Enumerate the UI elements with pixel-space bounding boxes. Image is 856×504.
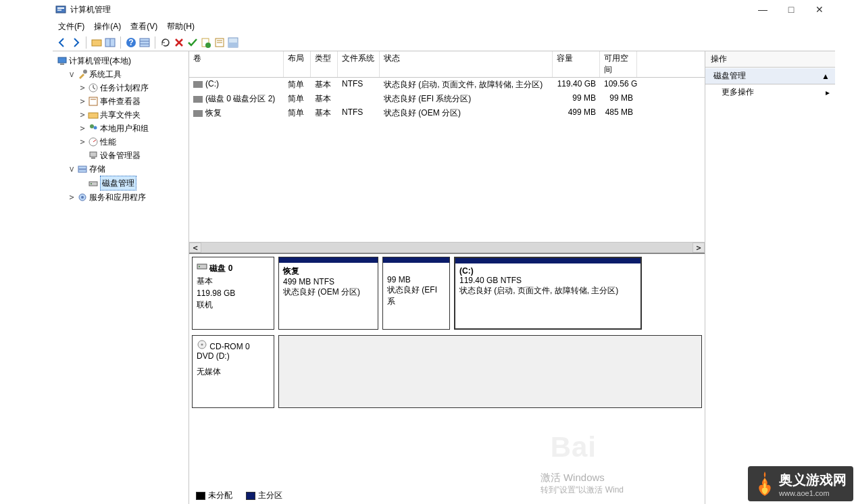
menu-help[interactable]: 帮助(H) [167, 21, 195, 32]
volume-row[interactable]: 恢复简单基本NTFS状态良好 (OEM 分区)499 MB485 MB [189, 106, 705, 120]
col-header-layout[interactable]: 布局 [284, 51, 311, 77]
svg-rect-24 [89, 113, 98, 118]
log-icon [88, 96, 99, 107]
menu-file[interactable]: 文件(F) [58, 21, 84, 32]
collapse-icon[interactable]: v [68, 68, 76, 81]
disk-icon [88, 178, 99, 188]
col-header-free[interactable]: 可用空间 [600, 51, 637, 77]
partition-block[interactable]: 99 MB状态良好 (EFI 系 [382, 257, 450, 330]
app-icon [55, 4, 66, 15]
site-brand-overlay: 奥义游戏网 www.aoe1.com [748, 466, 853, 501]
actions-more[interactable]: 更多操作 ▸ [705, 84, 835, 100]
flame-icon [755, 470, 775, 497]
expand-icon[interactable]: > [78, 122, 86, 135]
tree-local-users[interactable]: >本地用户和组 [78, 122, 187, 135]
scroll-left-icon[interactable]: < [189, 243, 201, 253]
menu-action[interactable]: 操作(A) [94, 21, 121, 32]
partition-block[interactable]: (C:)119.40 GB NTFS状态良好 (启动, 页面文件, 故障转储, … [454, 257, 642, 330]
clock-icon [88, 82, 99, 93]
folder-icon[interactable] [91, 37, 102, 48]
refresh-icon[interactable] [160, 37, 171, 48]
expand-icon[interactable]: > [78, 95, 86, 108]
tree-root[interactable]: 计算机管理(本地) [57, 54, 187, 68]
disk0-info[interactable]: 磁盘 0 基本 119.98 GB 联机 [192, 257, 274, 330]
new-icon[interactable] [201, 37, 211, 48]
maximize-button[interactable]: □ [786, 5, 796, 14]
expand-icon[interactable]: > [68, 191, 76, 204]
svg-point-20 [83, 70, 87, 74]
volume-row[interactable]: (C:)简单基本NTFS状态良好 (启动, 页面文件, 故障转储, 主分区)11… [189, 78, 705, 92]
svg-rect-18 [58, 57, 66, 63]
partition-legend: 未分配 主分区 [196, 490, 282, 501]
forward-icon[interactable] [70, 37, 81, 48]
minimize-button[interactable]: — [758, 5, 767, 14]
device-icon [88, 150, 99, 161]
expand-icon[interactable]: > [78, 81, 86, 95]
svg-point-25 [90, 124, 94, 128]
collapse-triangle-icon: ▲ [822, 72, 830, 81]
close-button[interactable]: ✕ [815, 5, 824, 14]
help-icon[interactable]: ? [126, 37, 136, 48]
svg-rect-3 [92, 40, 101, 46]
delete-icon[interactable] [174, 37, 184, 48]
check-icon[interactable] [187, 37, 198, 48]
partition-block[interactable]: 恢复499 MB NTFS状态良好 (OEM 分区) [278, 257, 378, 330]
actions-pane: 操作 磁盘管理 ▲ 更多操作 ▸ [705, 51, 835, 504]
tree-event-viewer[interactable]: >事件查看器 [78, 95, 187, 108]
volume-row[interactable]: (磁盘 0 磁盘分区 2)简单基本状态良好 (EFI 系统分区)99 MB99 … [189, 92, 705, 106]
expand-icon[interactable]: > [78, 108, 86, 122]
tree-device-manager[interactable]: 设备管理器 [78, 149, 187, 162]
svg-point-33 [91, 183, 92, 184]
horizontal-scrollbar[interactable]: < > [189, 242, 705, 253]
hdd-icon [197, 261, 207, 271]
expand-icon[interactable]: > [78, 135, 86, 149]
col-header-filesystem[interactable]: 文件系统 [338, 51, 380, 77]
back-icon[interactable] [57, 37, 68, 48]
cd-icon [197, 340, 207, 349]
scroll-right-icon[interactable]: > [693, 243, 705, 253]
svg-rect-19 [60, 64, 64, 65]
collapse-icon[interactable]: v [68, 162, 76, 176]
brand-url: www.aoe1.com [779, 489, 847, 497]
cdrom-block: CD-ROM 0 DVD (D:) 无媒体 [192, 335, 702, 408]
menu-view[interactable]: 查看(V) [130, 21, 157, 32]
tree-task-scheduler[interactable]: >任务计划程序 [78, 81, 187, 95]
svg-rect-30 [78, 166, 86, 169]
cdrom-empty-area [278, 335, 702, 408]
brand-name: 奥义游戏网 [779, 471, 847, 489]
actions-context[interactable]: 磁盘管理 ▲ [705, 68, 835, 84]
svg-rect-29 [91, 157, 95, 159]
tree-performance[interactable]: >性能 [78, 135, 187, 149]
svg-rect-1 [57, 7, 64, 9]
toggle-icon[interactable] [228, 37, 238, 48]
tools-icon [77, 69, 88, 80]
tree-disk-management[interactable]: 磁盘管理 [78, 176, 187, 191]
col-header-type[interactable]: 类型 [311, 51, 338, 77]
col-header-status[interactable]: 状态 [380, 51, 553, 77]
actions-header: 操作 [705, 51, 835, 68]
tree-shared-folders[interactable]: >共享文件夹 [78, 108, 187, 122]
col-header-volume[interactable]: 卷 [189, 51, 284, 77]
navigation-tree: 计算机管理(本地) v 系统工具 >任务计划程序 >事件查看器 >共享文件夹 > [53, 51, 189, 504]
disk-graphical-view: 磁盘 0 基本 119.98 GB 联机 恢复499 MB NTFS状态良好 (… [189, 254, 705, 504]
svg-rect-28 [90, 152, 97, 157]
share-icon [88, 109, 99, 120]
tree-system-tools[interactable]: v 系统工具 [68, 68, 187, 81]
properties-icon[interactable] [214, 37, 225, 48]
col-header-capacity[interactable]: 容量 [553, 51, 600, 77]
scroll-track[interactable] [201, 243, 693, 253]
panes-icon[interactable] [105, 37, 116, 48]
menubar: 文件(F) 操作(A) 查看(V) 帮助(H) [53, 19, 835, 34]
svg-rect-22 [89, 97, 97, 105]
tree-storage[interactable]: v 存储 [68, 162, 187, 176]
list-icon[interactable] [139, 37, 150, 48]
tree-services-apps[interactable]: > 服务和应用程序 [68, 191, 187, 204]
baidu-watermark: Bai [551, 431, 597, 463]
svg-rect-17 [228, 43, 238, 47]
svg-point-37 [199, 266, 200, 268]
cdrom-info[interactable]: CD-ROM 0 DVD (D:) 无媒体 [192, 335, 274, 408]
disk0-block: 磁盘 0 基本 119.98 GB 联机 恢复499 MB NTFS状态良好 (… [192, 257, 702, 330]
windows-activation-watermark: 激活 Windows 转到"设置"以激活 Wind [540, 472, 624, 496]
svg-text:?: ? [128, 38, 133, 47]
volume-list: 卷 布局 类型 文件系统 状态 容量 可用空间 (C:)简单基本NTFS状态良好… [189, 51, 705, 254]
